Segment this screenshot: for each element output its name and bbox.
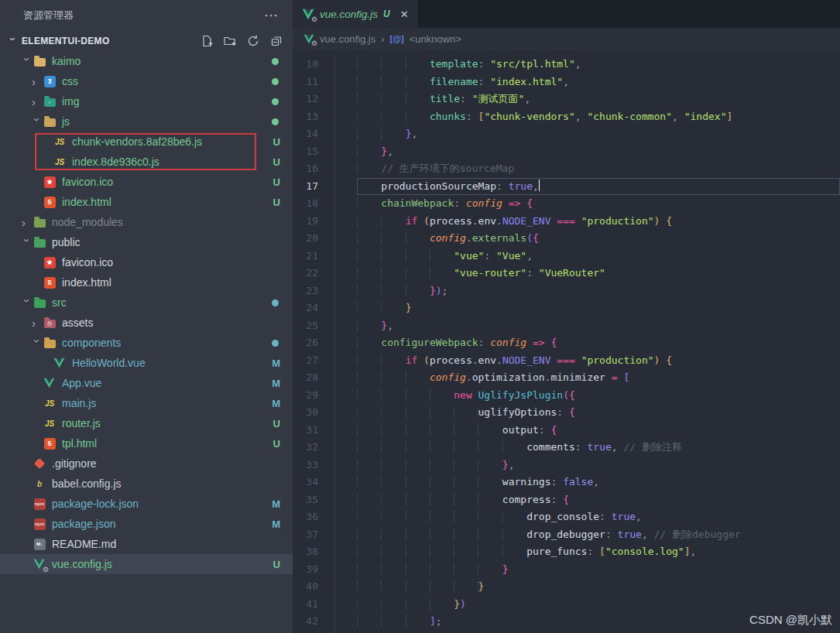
vscode-window: 资源管理器 ⋯ › ELEMENTUI-DEMO ›kaimo›3 xyxy=(0,0,840,633)
explorer-actions xyxy=(200,34,283,48)
project-root-row[interactable]: › ELEMENTUI-DEMO xyxy=(0,31,293,51)
tree-item-app-vue[interactable]: ›App.vueM xyxy=(0,373,293,393)
code-line-14: }, xyxy=(357,125,840,143)
tree-item-label: css xyxy=(62,75,78,87)
chevron-down-icon[interactable]: › xyxy=(22,238,33,248)
tree-item-package-json[interactable]: ›npmpackage.jsonM xyxy=(0,514,293,534)
breadcrumb: ⚙ vue.config.js › [@] <unknown> xyxy=(293,28,840,50)
modified-children-dot xyxy=(272,98,279,105)
breadcrumb-file[interactable]: vue.config.js xyxy=(320,33,375,45)
tree-item-package-lock-json[interactable]: ›npmpackage-lock.jsonM xyxy=(0,494,293,514)
tree-item-index-html[interactable]: ›5index.html xyxy=(0,272,293,293)
code-line-27: if (process.env.NODE_ENV === "production… xyxy=(357,352,840,370)
close-icon[interactable]: ✕ xyxy=(400,9,409,20)
tree-item-readme-md[interactable]: ›M↓README.md xyxy=(0,534,293,554)
code-area[interactable]: 1011121314151617181920212223242526272829… xyxy=(293,50,840,633)
tree-item-index-html[interactable]: ›5index.htmlU xyxy=(0,192,293,212)
tree-item-node-modules[interactable]: ›node_modules xyxy=(0,212,293,232)
chevron-down-icon[interactable]: › xyxy=(32,117,43,128)
tree-item-img[interactable]: ›▫img xyxy=(0,91,293,111)
line-number: 11 xyxy=(293,74,334,91)
chevron-down-icon[interactable]: › xyxy=(8,36,19,47)
chevron-down-icon[interactable]: › xyxy=(22,56,33,67)
chevron-right-icon[interactable]: › xyxy=(32,76,43,87)
code-line-38: pure_funcs: ["console.log"], xyxy=(357,543,840,561)
tree-item-router-js[interactable]: ›JSrouter.jsU xyxy=(0,413,293,433)
line-number: 10 xyxy=(293,56,334,74)
tree-item-label: index.html xyxy=(62,276,111,289)
tree-item-helloworld-vue[interactable]: ›HelloWorld.vueM xyxy=(0,353,293,373)
collapse-folders-icon[interactable] xyxy=(269,34,283,48)
git-status-badge: U xyxy=(273,197,280,208)
tree-item-favicon-ico[interactable]: ›★favicon.ico xyxy=(0,252,293,272)
tree-item-label: favicon.ico xyxy=(62,256,113,269)
tree-item-js[interactable]: ›·js xyxy=(0,111,293,132)
new-file-icon[interactable] xyxy=(200,34,214,48)
tree-item-kaimo[interactable]: ›kaimo xyxy=(0,51,293,71)
chevron-right-icon[interactable]: › xyxy=(32,96,43,108)
text-cursor xyxy=(539,180,540,191)
tree-item-assets[interactable]: ›⚙assets xyxy=(0,313,293,333)
code-line-19: if (process.env.NODE_ENV === "production… xyxy=(357,213,840,231)
tree-item-label: main.js xyxy=(62,397,96,409)
tree-item--gitignore[interactable]: ›.gitignore xyxy=(0,453,293,474)
more-actions-icon[interactable]: ⋯ xyxy=(264,7,279,24)
code-line-32: comments: true, // 删除注释 xyxy=(357,439,840,457)
line-number: 19 xyxy=(293,213,334,231)
code-lines: template: "src/tpl.html", filename: "ind… xyxy=(334,56,840,633)
line-number: 16 xyxy=(293,160,334,178)
tree-item-components[interactable]: ›◦components xyxy=(0,333,293,353)
code-line-40: } xyxy=(357,578,840,596)
tree-item-tpl-html[interactable]: ›5tpl.htmlU xyxy=(0,433,293,453)
tab-bar: ⚙ vue.config.js U ✕ xyxy=(293,0,840,28)
watermark: CSDN @凯小默 xyxy=(749,611,832,629)
favicon-icon: ★ xyxy=(43,175,57,189)
npm-icon: npm xyxy=(33,517,46,531)
tree-item-label: assets xyxy=(62,316,93,329)
line-number: 15 xyxy=(293,143,334,161)
code-line-13: chunks: ["chunk-vendors", "chunk-common"… xyxy=(357,108,840,126)
tree-item-css[interactable]: ›3css xyxy=(0,71,293,91)
npm-icon: npm xyxy=(33,497,46,511)
code-line-29: new UglifyJsPlugin({ xyxy=(357,387,840,405)
explorer-sidebar: 资源管理器 ⋯ › ELEMENTUI-DEMO ›kaimo›3 xyxy=(0,0,293,633)
tree-item-src[interactable]: ›src xyxy=(0,293,293,313)
line-number: 24 xyxy=(293,299,334,317)
code-line-31: output: { xyxy=(357,422,840,440)
line-number: 35 xyxy=(293,491,334,509)
modified-children-dot xyxy=(272,118,279,125)
code-line-26: configureWebpack: config => { xyxy=(357,334,840,352)
html-icon: 5 xyxy=(43,275,57,289)
tree-item-main-js[interactable]: ›JSmain.jsM xyxy=(0,393,293,413)
chevron-right-icon[interactable]: › xyxy=(22,217,33,228)
new-folder-icon[interactable] xyxy=(223,34,237,48)
tree-item-babel-config-js[interactable]: ›bbabel.config.js xyxy=(0,474,293,494)
js-icon: JS xyxy=(43,416,57,430)
tree-item-public[interactable]: ›public xyxy=(0,232,293,252)
tree-item-label: package.json xyxy=(52,518,116,530)
chevron-right-icon[interactable]: › xyxy=(32,317,43,329)
folder-icon xyxy=(33,54,46,68)
tree-item-label: src xyxy=(52,296,67,309)
refresh-icon[interactable] xyxy=(246,34,260,48)
public-folder-icon xyxy=(33,235,46,249)
tree-item-index-8de936c0-js[interactable]: ›JSindex.8de936c0.jsU xyxy=(0,152,293,172)
vue-config-icon: ⚙ xyxy=(302,9,314,20)
tree-item-label: chunk-vendors.8af28be6.js xyxy=(72,135,202,148)
line-number: 29 xyxy=(293,387,334,405)
explorer-header: 资源管理器 ⋯ xyxy=(0,0,293,31)
favicon-icon: ★ xyxy=(43,255,57,269)
tree-item-chunk-vendors-8af28be6-js[interactable]: ›JSchunk-vendors.8af28be6.jsU xyxy=(0,132,293,152)
tree-item-label: img xyxy=(62,95,80,108)
tree-item-vue-config-js[interactable]: ›⚙vue.config.jsU xyxy=(0,554,293,574)
tree-item-favicon-ico[interactable]: ›★favicon.icoU xyxy=(0,172,293,192)
line-number: 27 xyxy=(293,352,334,370)
chevron-down-icon[interactable]: › xyxy=(32,338,43,349)
line-number: 26 xyxy=(293,334,334,352)
chevron-down-icon[interactable]: › xyxy=(22,298,33,309)
line-number: 12 xyxy=(293,91,334,108)
git-status-badge: U xyxy=(273,176,280,188)
tab-vue-config-js[interactable]: ⚙ vue.config.js U ✕ xyxy=(293,0,419,28)
vue-config-icon: ⚙ xyxy=(303,34,314,44)
breadcrumb-symbol[interactable]: <unknown> xyxy=(410,33,461,45)
